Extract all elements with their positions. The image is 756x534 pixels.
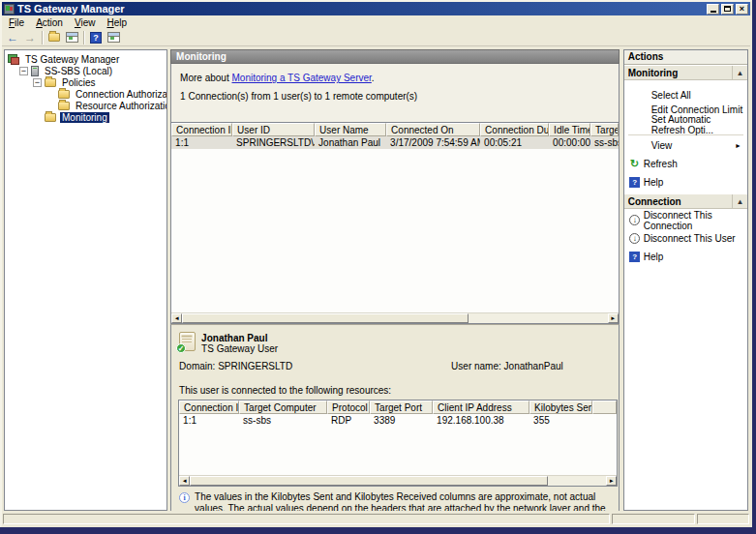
more-about-suffix: . — [372, 73, 375, 83]
monitoring-help-link[interactable]: Monitoring a TS Gateway Server — [231, 73, 371, 83]
user-identity-row: Domain: SPRINGERSLTD User name: Jonathan… — [177, 361, 614, 372]
column-header[interactable]: Idle Time — [549, 123, 590, 136]
cell-connection-id: 1:1 — [179, 414, 239, 427]
tree-label: TS Gateway Manager — [23, 54, 121, 65]
section-connection[interactable]: Connection ▴ — [624, 193, 747, 209]
status-bar — [2, 513, 750, 525]
action-set-automatic-refresh-options[interactable]: Set Automatic Refresh Opti... — [624, 117, 747, 132]
more-about-line: More about Monitoring a TS Gateway Serve… — [180, 73, 619, 83]
back-button[interactable]: ← — [4, 30, 21, 45]
column-header[interactable]: Target Computer — [239, 400, 327, 414]
connections-table: Connection ID User ID User Name Connecte… — [171, 122, 619, 324]
minimize-button[interactable] — [707, 4, 719, 15]
status-section — [3, 514, 610, 524]
tree-pane: TS Gateway Manager − SS-SBS (Local) − Po… — [4, 49, 167, 511]
scrollbar-track[interactable] — [548, 476, 606, 486]
menu-help[interactable]: Help — [101, 16, 133, 29]
scroll-left-icon[interactable]: ◄ — [179, 476, 190, 486]
cell-filler — [592, 414, 617, 427]
action-disconnect-this-connection[interactable]: ↓ Disconnect This Connection — [624, 213, 747, 227]
scrollbar-thumb[interactable] — [182, 313, 469, 323]
folder-icon — [48, 33, 60, 42]
main-area: TS Gateway Manager − SS-SBS (Local) − Po… — [2, 46, 750, 513]
tree-item-resource-authorization-policies[interactable]: Resource Authorization Policies — [5, 100, 166, 111]
resources-table: Connection ID Target Computer Protocol T… — [178, 400, 618, 487]
desktop: TS Gateway Manager × File Action View He… — [0, 0, 756, 534]
tree-item-connection-authorization-policies[interactable]: Connection Authorization Policies — [5, 88, 166, 100]
column-header[interactable]: User Name — [315, 123, 386, 136]
collapse-expander-icon[interactable]: − — [19, 67, 28, 75]
forward-button[interactable]: → — [21, 30, 39, 45]
action-refresh[interactable]: ↻ Refresh — [624, 157, 747, 171]
cell-client-ip: 192.168.100.38 — [433, 414, 529, 427]
domain-label: Domain: — [179, 361, 215, 371]
column-header[interactable]: Client IP Address — [433, 400, 529, 414]
table-empty-area — [179, 427, 617, 475]
action-help-connection[interactable]: ? Help — [624, 250, 747, 264]
action-label: View — [651, 140, 673, 151]
action-label: Select All — [651, 90, 691, 101]
column-header[interactable]: User ID — [232, 123, 315, 136]
action-disconnect-this-user[interactable]: ↓ Disconnect This User — [624, 231, 747, 246]
folder-icon — [45, 78, 56, 87]
disconnect-icon: ↓ — [629, 215, 640, 225]
tree-item-root[interactable]: TS Gateway Manager — [5, 53, 166, 65]
column-header[interactable]: Protocol — [327, 400, 370, 414]
tree-item-server[interactable]: − SS-SBS (Local) — [5, 65, 166, 76]
section-label: Monitoring — [628, 68, 679, 78]
connection-count-text: 1 Connection(s) from 1 user(s) to 1 remo… — [180, 91, 619, 102]
disconnect-icon: ↓ — [629, 233, 640, 244]
results-pane-title: Monitoring — [170, 49, 620, 64]
minimize-icon — [711, 11, 716, 13]
menu-file[interactable]: File — [3, 16, 30, 29]
resource-row[interactable]: 1:1 ss-sbs RDP 3389 192.168.100.38 355 — [179, 414, 617, 427]
tree-item-monitoring[interactable]: Monitoring — [5, 111, 166, 123]
maximize-button[interactable] — [721, 4, 734, 15]
menu-bar: File Action View Help — [2, 15, 750, 29]
column-header[interactable]: Connection ID — [179, 400, 239, 414]
tree-label: Policies — [60, 77, 97, 88]
close-button[interactable]: × — [736, 4, 748, 15]
cell-user-name: Jonathan Paul — [315, 136, 386, 149]
column-header[interactable]: Connected On — [386, 123, 480, 136]
action-select-all[interactable]: Select All — [624, 88, 747, 103]
column-header[interactable]: Target Port — [370, 400, 433, 414]
collapse-section-icon[interactable]: ▴ — [732, 66, 747, 79]
column-header[interactable]: Target Co — [590, 123, 619, 136]
action-help-monitoring[interactable]: ? Help — [624, 175, 747, 190]
info-icon: i — [179, 492, 190, 503]
forward-icon: → — [24, 32, 36, 44]
title-bar[interactable]: TS Gateway Manager × — [2, 2, 750, 15]
cell-protocol: RDP — [327, 414, 370, 427]
cell-user-id: SPRINGERSLTD\Jonat... — [232, 136, 315, 149]
column-header-filler — [592, 400, 617, 414]
folder-icon — [45, 113, 56, 122]
tree-item-policies[interactable]: − Policies — [5, 76, 166, 88]
refresh-icon: ↻ — [629, 158, 641, 169]
export-list-button[interactable] — [45, 30, 63, 45]
action-view[interactable]: View ► — [624, 138, 747, 153]
note-text: The values in the Kilobytes Sent and Kil… — [195, 491, 616, 511]
scrollbar-track[interactable] — [469, 313, 608, 323]
column-header[interactable]: Kilobytes Sent — [529, 400, 592, 414]
menu-view[interactable]: View — [69, 16, 102, 29]
column-header[interactable]: Connection ID — [171, 123, 232, 136]
back-icon: ← — [7, 32, 18, 44]
connection-row[interactable]: 1:1 SPRINGERSLTD\Jonat... Jonathan Paul … — [171, 136, 619, 149]
show-action-pane-button[interactable] — [105, 30, 122, 45]
menu-action[interactable]: Action — [30, 16, 69, 29]
scroll-left-icon[interactable]: ◄ — [171, 313, 182, 323]
help-button[interactable]: ? — [87, 30, 105, 45]
actions-pane-title: Actions — [624, 50, 747, 65]
table-empty-area — [171, 149, 619, 312]
collapse-expander-icon[interactable]: − — [33, 78, 42, 87]
scroll-right-icon[interactable]: ► — [608, 313, 619, 323]
section-monitoring[interactable]: Monitoring ▴ — [624, 65, 747, 80]
details-pane: ✓ Jonathan Paul TS Gateway User Domain: … — [170, 324, 620, 511]
scrollbar-thumb[interactable] — [190, 476, 548, 486]
collapse-section-icon[interactable]: ▴ — [732, 194, 747, 208]
scroll-right-icon[interactable]: ► — [606, 476, 617, 486]
column-header[interactable]: Connection Duration — [480, 123, 549, 136]
properties-button[interactable] — [63, 30, 80, 45]
resources-caption: This user is connected to the following … — [179, 385, 614, 396]
